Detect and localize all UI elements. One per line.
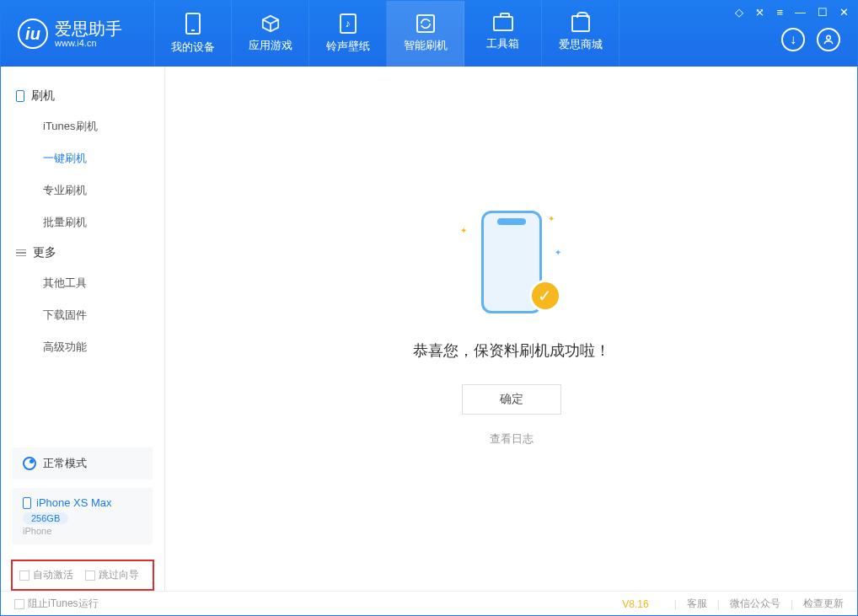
- sidebar-item-batch-flash[interactable]: 批量刷机: [1, 206, 164, 238]
- main-content: ✦ ✦ ✦ ✓ 恭喜您，保资料刷机成功啦！ 确定 查看日志: [165, 67, 857, 591]
- footer-link-wechat[interactable]: 微信公众号: [730, 597, 780, 611]
- tab-label: 我的设备: [171, 40, 215, 55]
- tab-apps-games[interactable]: 应用游戏: [232, 1, 309, 67]
- sidebar-group-flash: 刷机: [1, 82, 164, 110]
- success-illustration: ✦ ✦ ✦ ✓: [457, 211, 566, 320]
- sidebar-item-onekey-flash[interactable]: 一键刷机: [1, 142, 164, 174]
- sparkle-icon: ✦: [555, 248, 561, 257]
- tab-my-device[interactable]: 我的设备: [154, 1, 232, 67]
- device-icon: [16, 90, 24, 102]
- checkbox-auto-activate[interactable]: 自动激活: [19, 568, 73, 582]
- device-phone-icon: [23, 497, 31, 509]
- flash-options-highlighted: 自动激活 跳过向导: [11, 560, 154, 591]
- version-label: V8.16: [622, 598, 648, 610]
- feedback-icon[interactable]: ⤧: [755, 6, 764, 19]
- tab-toolbox[interactable]: 工具箱: [464, 1, 542, 67]
- user-icon[interactable]: [817, 28, 840, 51]
- header: iu 爱思助手 www.i4.cn 我的设备 应用游戏 ♪铃声壁纸 智能刷机 工…: [1, 1, 857, 67]
- success-message: 恭喜您，保资料刷机成功啦！: [413, 340, 610, 361]
- checkbox-skip-guide[interactable]: 跳过向导: [85, 568, 139, 582]
- menu-lines-icon: [16, 249, 26, 257]
- toolbox-icon: [493, 16, 513, 31]
- app-url: www.i4.cn: [55, 38, 122, 48]
- checkbox-icon: [85, 570, 95, 581]
- sidebar-group-more: 更多: [1, 238, 164, 267]
- footer: 阻止iTunes运行 V8.16 | 客服 | 微信公众号 | 检查更新: [1, 591, 857, 616]
- group-label: 更多: [33, 245, 56, 260]
- menu-icon[interactable]: ≡: [776, 6, 783, 19]
- checkbox-label: 阻止iTunes运行: [28, 597, 99, 611]
- user-controls: ↓: [781, 28, 840, 51]
- shop-icon: [571, 15, 590, 32]
- sidebar-item-download-firmware[interactable]: 下载固件: [1, 299, 164, 331]
- app-title: 爱思助手: [55, 19, 122, 38]
- group-label: 刷机: [31, 88, 55, 104]
- device-box[interactable]: iPhone XS Max 256GB iPhone: [13, 488, 153, 544]
- device-storage: 256GB: [23, 512, 68, 524]
- sidebar-item-pro-flash[interactable]: 专业刷机: [1, 174, 164, 206]
- checkbox-label: 自动激活: [33, 568, 73, 582]
- device-type: iPhone: [23, 526, 142, 536]
- checkbox-label: 跳过向导: [99, 568, 139, 582]
- checkbox-block-itunes[interactable]: 阻止iTunes运行: [14, 597, 99, 611]
- sparkle-icon: ✦: [548, 214, 555, 223]
- ok-button[interactable]: 确定: [462, 384, 561, 415]
- mode-box[interactable]: 正常模式: [13, 447, 153, 479]
- svg-point-0: [827, 35, 831, 40]
- tab-smart-flash[interactable]: 智能刷机: [387, 1, 464, 67]
- view-log-link[interactable]: 查看日志: [490, 431, 534, 447]
- music-icon: ♪: [340, 13, 357, 34]
- checkbox-icon: [14, 599, 24, 609]
- nav-tabs: 我的设备 应用游戏 ♪铃声壁纸 智能刷机 工具箱 爱思商城: [154, 1, 619, 67]
- tab-shop[interactable]: 爱思商城: [542, 1, 619, 67]
- cube-icon: [261, 14, 280, 33]
- tab-ringtone-wallpaper[interactable]: ♪铃声壁纸: [309, 1, 387, 67]
- mode-label: 正常模式: [43, 456, 87, 471]
- refresh-icon: [416, 14, 435, 33]
- skin-icon[interactable]: ◇: [735, 6, 743, 19]
- minimize-button[interactable]: —: [795, 6, 806, 19]
- phone-icon: [185, 13, 201, 35]
- tab-label: 应用游戏: [249, 38, 292, 53]
- logo-icon: iu: [18, 19, 48, 49]
- tab-label: 爱思商城: [559, 37, 603, 52]
- footer-link-service[interactable]: 客服: [687, 597, 707, 611]
- checkbox-icon: [19, 570, 29, 581]
- tab-label: 智能刷机: [404, 38, 448, 53]
- footer-link-update[interactable]: 检查更新: [803, 597, 844, 611]
- device-name: iPhone XS Max: [36, 496, 112, 509]
- sparkle-icon: ✦: [460, 226, 467, 235]
- mode-icon: [23, 457, 36, 470]
- logo[interactable]: iu 爱思助手 www.i4.cn: [1, 19, 139, 49]
- sidebar: 刷机 iTunes刷机 一键刷机 专业刷机 批量刷机 更多 其他工具 下载固件 …: [1, 67, 165, 591]
- download-icon[interactable]: ↓: [781, 28, 805, 51]
- tab-label: 工具箱: [486, 36, 519, 51]
- sidebar-item-itunes-flash[interactable]: iTunes刷机: [1, 110, 164, 142]
- window-controls: ◇ ⤧ ≡ — ☐ ✕: [735, 6, 849, 19]
- close-button[interactable]: ✕: [839, 6, 849, 19]
- tab-label: 铃声壁纸: [326, 39, 370, 54]
- sidebar-item-other-tools[interactable]: 其他工具: [1, 267, 164, 299]
- maximize-button[interactable]: ☐: [818, 6, 828, 19]
- success-check-icon: ✓: [529, 280, 561, 312]
- sidebar-item-advanced[interactable]: 高级功能: [1, 331, 164, 363]
